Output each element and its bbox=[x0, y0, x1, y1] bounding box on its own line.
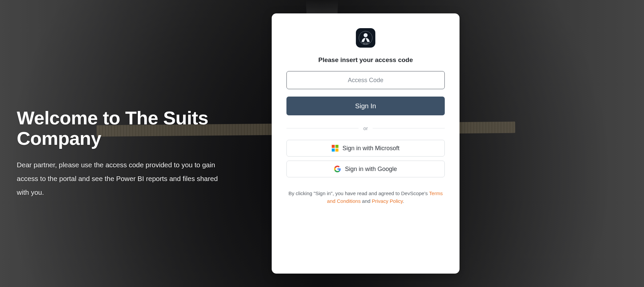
page-title: Welcome to The Suits Company bbox=[17, 108, 258, 149]
google-signin-button[interactable]: Sign in with Google bbox=[286, 161, 445, 177]
privacy-link[interactable]: Privacy Policy bbox=[372, 198, 403, 204]
divider: or bbox=[286, 125, 445, 131]
logo-label: THE SUITS bbox=[363, 43, 368, 45]
microsoft-icon bbox=[332, 145, 338, 152]
microsoft-signin-label: Sign in with Microsoft bbox=[342, 145, 399, 152]
legal-prefix: By clicking "Sign in", you have read and… bbox=[288, 190, 429, 196]
access-code-input[interactable] bbox=[286, 71, 445, 89]
legal-joiner: and bbox=[362, 198, 372, 204]
page-layout: Welcome to The Suits Company Dear partne… bbox=[0, 0, 644, 287]
google-signin-label: Sign in with Google bbox=[345, 166, 397, 173]
legal-suffix: . bbox=[403, 198, 404, 204]
divider-label: or bbox=[359, 125, 372, 131]
access-code-prompt: Please insert your access code bbox=[286, 56, 445, 64]
page-subtitle: Dear partner, please use the access code… bbox=[17, 158, 231, 199]
signin-card: THE SUITS Please insert your access code… bbox=[272, 13, 460, 274]
legal-text: By clicking "Sign in", you have read and… bbox=[286, 189, 445, 205]
google-icon bbox=[334, 166, 341, 172]
logo-container: THE SUITS bbox=[286, 28, 445, 48]
brand-logo: THE SUITS bbox=[356, 28, 375, 48]
svg-rect-1 bbox=[361, 42, 370, 43]
sign-in-button[interactable]: Sign In bbox=[286, 97, 445, 115]
suit-icon: THE SUITS bbox=[358, 31, 373, 45]
microsoft-signin-button[interactable]: Sign in with Microsoft bbox=[286, 140, 445, 157]
hero-section: Welcome to The Suits Company Dear partne… bbox=[17, 13, 258, 274]
